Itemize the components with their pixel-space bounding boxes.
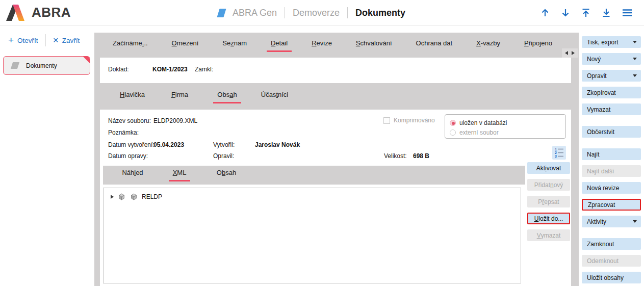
svg-text:3: 3 bbox=[555, 154, 557, 158]
tab-schvalovani[interactable]: Schvalování bbox=[352, 39, 396, 52]
abra-slash-icon bbox=[217, 9, 226, 17]
title-divider bbox=[285, 7, 285, 18]
xml-node-icon bbox=[117, 193, 126, 201]
button-aktivovat[interactable]: Aktivovat bbox=[527, 162, 570, 174]
created-by-value: Jaroslav Novák bbox=[255, 141, 300, 148]
radio-ulozen-v-databazi[interactable]: uložen v databázi bbox=[450, 118, 565, 127]
scroll-right-button[interactable] bbox=[572, 51, 575, 55]
sidebar-toolbar: + Otevřít × Zavřít bbox=[0, 33, 94, 48]
tree-expander-icon[interactable] bbox=[111, 195, 114, 199]
arrow-down-icon bbox=[560, 8, 571, 18]
button-ulozit-do[interactable]: Uložit do... bbox=[527, 213, 570, 224]
button-label: Zamknout bbox=[587, 241, 614, 248]
dropdown-caret-icon bbox=[633, 74, 637, 77]
tab-xml[interactable]: XML bbox=[156, 169, 203, 181]
button-odemknout[interactable]: Odemknout bbox=[582, 255, 641, 267]
button-vymazat[interactable]: Vymazat bbox=[527, 229, 570, 241]
button-obcerstvit[interactable]: Občerstvit bbox=[582, 126, 641, 138]
zamkl-label: Zamkl: bbox=[195, 66, 213, 73]
content-actions: AktivovatPřidat novýPřepsatUložit do...V… bbox=[527, 162, 570, 241]
button-aktivity[interactable]: Aktivity bbox=[582, 216, 641, 227]
button-najit[interactable]: Najít bbox=[582, 148, 641, 160]
button-zkopirovat[interactable]: Zkopírovat bbox=[582, 87, 641, 98]
button-najit-dalsi[interactable]: Najít další bbox=[582, 165, 641, 177]
button-vymazat[interactable]: Vymazat bbox=[582, 103, 641, 115]
note-label: Poznámka: bbox=[108, 129, 139, 136]
tab-label: Obsah bbox=[213, 91, 241, 103]
button-pridat-novy[interactable]: Přidat nový bbox=[527, 179, 570, 191]
menu-button[interactable] bbox=[622, 8, 633, 18]
action-panel: Tisk, exportNovýOpravitZkopírovatVymazat… bbox=[579, 25, 644, 286]
tab-label: Účastníci bbox=[257, 91, 292, 103]
tab-label: Obsah bbox=[213, 169, 240, 181]
button-ulozit-obsahy[interactable]: Uložit obsahy bbox=[582, 272, 641, 283]
button-zamknout[interactable]: Zamknout bbox=[582, 238, 641, 250]
tab-zaciname[interactable]: Začínáme... bbox=[109, 39, 152, 52]
scroll-right-icon bbox=[572, 51, 575, 55]
tab-seznam[interactable]: Seznam bbox=[218, 39, 251, 52]
row-numbering-button[interactable]: 123 bbox=[552, 146, 566, 160]
numbered-list-icon: 123 bbox=[553, 147, 565, 159]
tab-hlavicka[interactable]: Hlavička bbox=[109, 91, 156, 103]
button-label: Občerstvit bbox=[587, 128, 614, 136]
created-by-label: Vytvořil: bbox=[213, 141, 235, 148]
button-tisk-export[interactable]: Tisk, export bbox=[582, 36, 641, 48]
xml-tree[interactable]: RELDP bbox=[103, 188, 521, 283]
tab-ochrana-dat[interactable]: Ochrana dat bbox=[412, 39, 457, 52]
tab-label: Firma bbox=[167, 91, 192, 103]
button-nova-revize[interactable]: Nová revize bbox=[582, 182, 641, 194]
created-label: Datum vytvoření: bbox=[108, 141, 154, 148]
tab-ucastnici[interactable]: Účastníci bbox=[251, 91, 298, 103]
arrow-up-button[interactable] bbox=[540, 8, 550, 18]
scroll-left-icon bbox=[565, 51, 568, 55]
tab-revize[interactable]: Revize bbox=[307, 39, 336, 52]
tab-x-vazby[interactable]: X-vazby bbox=[472, 39, 504, 52]
svg-text:2: 2 bbox=[555, 151, 557, 154]
main-tab-bar: Začínáme...OmezeníSeznamDetailRevizeSchv… bbox=[109, 34, 556, 57]
tab-firma[interactable]: Firma bbox=[156, 91, 203, 103]
button-label: Zkopírovat bbox=[587, 89, 616, 96]
arrow-to-top-button[interactable] bbox=[581, 8, 591, 18]
open-label: Otevřít bbox=[17, 37, 38, 44]
inner-tab-bar: NáhledXMLObsah bbox=[103, 166, 525, 185]
tab-label: Hlavička bbox=[116, 91, 149, 103]
open-button[interactable]: + Otevřít bbox=[8, 37, 38, 44]
tab-nahled[interactable]: Náhled bbox=[109, 169, 156, 181]
tab-label: XML bbox=[169, 169, 191, 181]
file-name-value: ELDP2009.XML bbox=[153, 117, 197, 124]
abra-logo-icon bbox=[6, 4, 28, 21]
button-label: Aktivity bbox=[587, 218, 606, 225]
compressed-checkbox[interactable]: Komprimováno bbox=[383, 117, 435, 124]
tree-node-label: RELDP bbox=[142, 193, 162, 200]
button-label: Opravit bbox=[587, 72, 607, 80]
arrow-up-icon bbox=[540, 8, 550, 18]
tab-label: Detail bbox=[267, 39, 292, 52]
close-button[interactable]: × Zavřít bbox=[53, 37, 80, 44]
radio-icon bbox=[450, 120, 456, 126]
button-prepsat[interactable]: Přepsat bbox=[527, 196, 570, 207]
dropdown-caret-icon bbox=[633, 220, 637, 223]
tab-pripojeno[interactable]: Připojeno bbox=[520, 39, 556, 52]
tab-obsah[interactable]: Obsah bbox=[203, 169, 250, 181]
storage-options: uložen v databáziexterní soubor bbox=[450, 118, 565, 137]
tab-omezeni[interactable]: Omezení bbox=[168, 39, 203, 52]
tab-detail[interactable]: Detail bbox=[267, 39, 292, 52]
tab-label: Začínáme... bbox=[109, 39, 152, 52]
arrow-to-bottom-button[interactable] bbox=[601, 8, 611, 18]
sidebar-item-dokumenty[interactable]: Dokumenty bbox=[3, 56, 90, 75]
scroll-left-button[interactable] bbox=[565, 51, 568, 55]
button-label: Nová revize bbox=[587, 185, 619, 192]
button-novy[interactable]: Nový bbox=[582, 53, 641, 65]
tab-obsah[interactable]: Obsah bbox=[203, 91, 251, 103]
button-zpracovat[interactable]: Zpracovat bbox=[582, 199, 641, 211]
radio-externi-soubor[interactable]: externí soubor bbox=[450, 127, 565, 137]
arrow-down-button[interactable] bbox=[560, 8, 571, 18]
toolbar-divider bbox=[45, 34, 46, 46]
created-value: 05.04.2023 bbox=[153, 141, 184, 148]
main-content: Začínáme...OmezeníSeznamDetailRevizeSchv… bbox=[94, 25, 579, 286]
checkbox-icon bbox=[383, 117, 390, 124]
button-opravit[interactable]: Opravit bbox=[582, 70, 641, 82]
tab-label: X-vazby bbox=[472, 39, 504, 52]
tab-label: Revize bbox=[307, 39, 336, 52]
tree-node[interactable]: RELDP bbox=[104, 188, 521, 201]
